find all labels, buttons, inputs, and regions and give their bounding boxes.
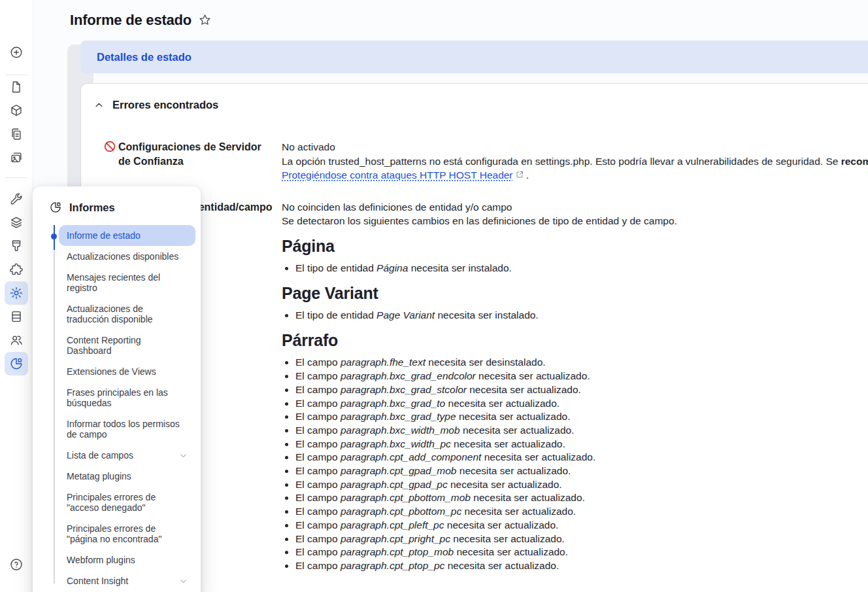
error-title: Configuraciones de Servidor de Confianza (118, 140, 282, 183)
host-header-link[interactable]: Protegiéndose contra ataques HTTP HOST H… (282, 169, 513, 181)
list-item: El campo paragraph.bxc_grad_to necesita … (295, 397, 868, 411)
menu-item-content-reporting-dashboard[interactable]: Content Reporting Dashboard (59, 330, 195, 361)
chevron-down-icon (179, 577, 188, 585)
drupal-logo-icon[interactable] (5, 0, 28, 24)
list-item: El campo paragraph.cpt_pleft_pc necesita… (295, 519, 868, 532)
list-item: El campo paragraph.cpt_ptop_pc necesita … (295, 559, 868, 573)
flyout-header: Informes (49, 201, 201, 214)
content-page-icon[interactable] (5, 75, 28, 99)
menu-item-errores-pagina-no-encontrada[interactable]: Principales errores de "página no encont… (59, 518, 195, 549)
error-status: No coinciden las definiciones de entidad… (282, 200, 868, 215)
external-link-icon (513, 169, 524, 181)
list-item: El campo paragraph.bxc_width_pc necesita… (295, 438, 868, 451)
structure-layers-icon[interactable] (5, 211, 28, 234)
chevron-up-icon (94, 100, 104, 110)
blocks-cube-icon[interactable] (5, 99, 28, 122)
flyout-title: Informes (69, 201, 115, 214)
menu-item-extensiones-views[interactable]: Extensiones de Views (59, 361, 195, 382)
entity-change-list: El campo paragraph.fhe_text necesita ser… (282, 356, 868, 572)
icon-sidebar (0, 0, 33, 592)
menu-item-webform-plugins[interactable]: Webform plugins (59, 549, 195, 570)
list-item: El campo paragraph.bxc_grad_stcolor nece… (295, 383, 868, 397)
help-icon[interactable] (5, 553, 28, 576)
list-item: El campo paragraph.bxc_grad_endcolor nec… (295, 370, 868, 383)
entity-change-list: El tipo de entidad Página necesita ser i… (282, 262, 868, 275)
error-description: La opción trusted_host_patterns no está … (282, 154, 868, 169)
menu-item-metatag-plugins[interactable]: Metatag plugins (59, 466, 195, 487)
section-heading-pagina: Página (282, 239, 868, 254)
error-link-line: Protegiéndose contra ataques HTTP HOST H… (282, 168, 868, 183)
flyout-tree: Informe de estado Actualizaciones dispon… (33, 225, 201, 591)
errors-section-toggle[interactable]: Errores encontrados (94, 99, 868, 111)
list-item: El campo paragraph.bxc_width_mob necesit… (295, 424, 868, 438)
tree-active-dot (51, 234, 57, 239)
reports-pie-chart-icon[interactable] (5, 352, 28, 375)
menu-item-actualizaciones-disponibles[interactable]: Actualizaciones disponibles (59, 246, 195, 267)
error-row-trusted-host: Configuraciones de Servidor de Confianza… (103, 140, 868, 183)
error-status: No activado (282, 140, 868, 154)
errors-section-title: Errores encontrados (112, 99, 218, 111)
list-item: El tipo de entidad Page Variant necesita… (295, 309, 868, 322)
media-images-icon[interactable] (5, 146, 28, 169)
appearance-paintbrush-icon[interactable] (5, 234, 28, 258)
app-window: Informe de estado Detalles de estado Err… (0, 0, 868, 592)
details-bar[interactable]: Detalles de estado (80, 41, 868, 73)
list-item: El tipo de entidad Página necesita ser i… (295, 262, 868, 275)
favorite-star-icon[interactable] (198, 13, 212, 29)
list-item: El campo paragraph.cpt_add_component nec… (295, 451, 868, 464)
rail-divider (5, 177, 27, 178)
menu-item-mensajes-recientes[interactable]: Mensajes recientes del registro (59, 267, 195, 298)
error-forbidden-icon (103, 140, 118, 183)
list-item: El campo paragraph.cpt_gpad_pc necesita … (295, 478, 868, 492)
pie-chart-icon (49, 201, 62, 214)
section-heading-page-variant: Page Variant (282, 287, 868, 301)
page-title: Informe de estado (70, 12, 192, 29)
list-item: El campo paragraph.cpt_pbottom_pc necesi… (295, 505, 868, 519)
section-heading-parrafo: Párrafo (282, 334, 868, 348)
reports-flyout-menu: Informes Informe de estado Actualizacion… (33, 186, 201, 592)
list-item: El campo paragraph.bxc_grad_type necesit… (295, 410, 868, 424)
menu-item-errores-acceso-denegado[interactable]: Principales errores de "acceso denegado" (59, 487, 195, 518)
list-item: El campo paragraph.cpt_pbottom_mob neces… (295, 491, 868, 505)
chevron-down-icon (179, 451, 188, 460)
error-description: Se detectaron los siguientes cambios en … (282, 214, 868, 228)
tree-line (54, 228, 55, 583)
entity-change-list: El tipo de entidad Page Variant necesita… (282, 309, 868, 322)
error-row-entity-field: Definiciones de entidad/campo No coincid… (103, 200, 868, 577)
list-item: El campo paragraph.cpt_pright_pc necesit… (295, 532, 868, 546)
tools-wrench-icon[interactable] (5, 187, 28, 211)
list-item: El campo paragraph.cpt_ptop_mob necesita… (295, 546, 868, 559)
list-item: El campo paragraph.cpt_gpad_mob necesita… (295, 464, 868, 478)
database-server-icon[interactable] (5, 305, 28, 328)
page-header: Informe de estado (33, 0, 868, 41)
error-detail: No activado La opción trusted_host_patte… (282, 140, 868, 183)
details-bar-label: Detalles de estado (97, 51, 192, 63)
people-users-icon[interactable] (5, 328, 28, 352)
pages-copy-icon[interactable] (5, 122, 28, 146)
error-detail: No coinciden las definiciones de entidad… (282, 200, 868, 577)
configuration-gear-icon[interactable] (5, 281, 28, 305)
menu-item-actualizaciones-traduccion[interactable]: Actualizaciones de traducción disponible (59, 298, 195, 330)
menu-item-frases-principales[interactable]: Frases principales en las búsquedas (59, 382, 195, 413)
flyout-items: Informe de estado Actualizaciones dispon… (33, 225, 201, 591)
menu-item-content-insight[interactable]: Content Insight (59, 570, 195, 591)
menu-item-lista-de-campos[interactable]: Lista de campos (59, 445, 195, 466)
menu-item-informar-permisos[interactable]: Informar todos los permisos de campo (59, 413, 195, 445)
menu-item-informe-de-estado[interactable]: Informe de estado (59, 225, 195, 246)
add-circle-icon[interactable] (5, 41, 28, 64)
list-item: El campo paragraph.fhe_text necesita ser… (295, 356, 868, 370)
extend-puzzle-icon[interactable] (5, 258, 28, 281)
